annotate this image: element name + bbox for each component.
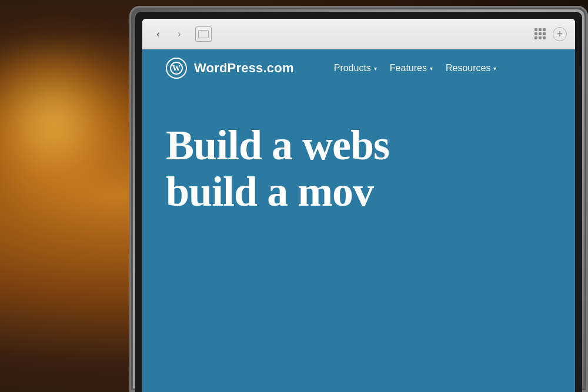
grid-view-icon[interactable]: [534, 28, 546, 39]
wordpress-site-name: WordPress.com: [194, 61, 294, 76]
nav-item-features[interactable]: Features ▾: [385, 59, 437, 77]
tab-overview-button[interactable]: [195, 26, 212, 42]
toolbar-right: +: [534, 27, 567, 41]
browser-toolbar: ‹ ›: [142, 19, 575, 49]
grid-dot: [543, 32, 546, 35]
grid-dot: [534, 28, 537, 31]
grid-dot: [539, 36, 542, 39]
grid-dot: [534, 32, 537, 35]
forward-button[interactable]: ›: [172, 26, 187, 42]
laptop-bezel: ‹ ›: [135, 12, 582, 392]
grid-dot: [534, 36, 537, 39]
tab-icon: [198, 30, 209, 38]
nav-item-products[interactable]: Products ▾: [329, 59, 382, 77]
grid-dot: [539, 32, 542, 35]
nav-features-label: Features: [390, 63, 427, 73]
wordpress-website: W WordPress.com Products ▾ Features: [142, 49, 575, 392]
nav-resources-label: Resources: [446, 63, 490, 73]
nav-item-resources[interactable]: Resources ▾: [441, 59, 501, 77]
grid-dot: [543, 28, 546, 31]
svg-text:W: W: [172, 64, 181, 73]
hero-line-2: build a mov: [166, 169, 552, 215]
nav-products-label: Products: [334, 63, 371, 73]
laptop-shell: ‹ ›: [129, 6, 588, 392]
wordpress-logo[interactable]: W WordPress.com: [166, 58, 294, 79]
nav-resources-arrow: ▾: [493, 65, 496, 72]
hero-line-1: Build a webs: [166, 122, 552, 169]
hero-title: Build a webs build a mov: [166, 122, 552, 215]
new-tab-button[interactable]: +: [553, 27, 567, 41]
wordpress-hero: Build a webs build a mov: [142, 87, 575, 239]
wordpress-navbar: W WordPress.com Products ▾ Features: [142, 49, 575, 87]
back-button[interactable]: ‹: [151, 26, 166, 42]
nav-products-arrow: ▾: [374, 65, 377, 72]
grid-dot: [539, 28, 542, 31]
wordpress-logo-icon: W: [166, 58, 187, 79]
grid-dot: [543, 36, 546, 39]
laptop-screen: ‹ ›: [142, 19, 575, 392]
wordpress-nav-links: Products ▾ Features ▾ Resources ▾: [329, 59, 502, 77]
nav-features-arrow: ▾: [430, 65, 433, 72]
